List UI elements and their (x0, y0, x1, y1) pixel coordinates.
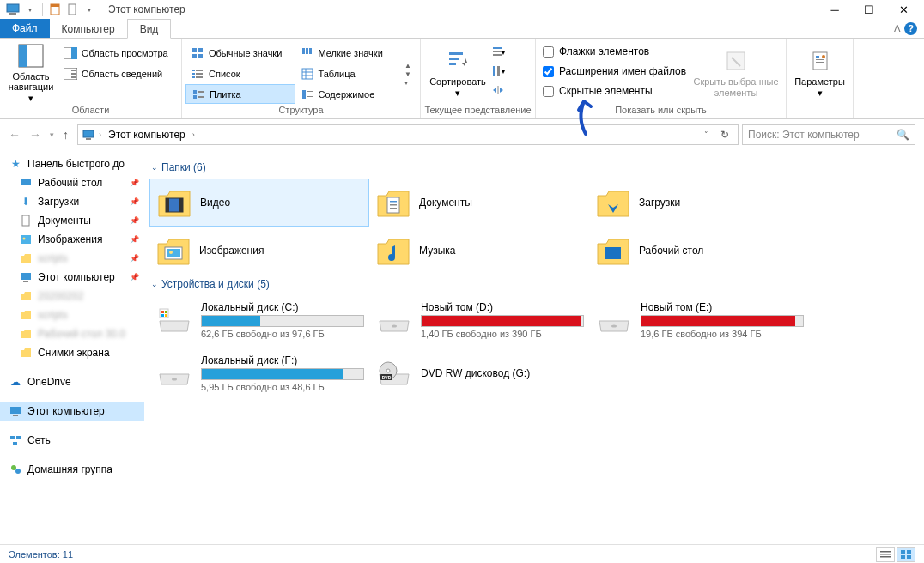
sidebar-desk30[interactable]: Рабочий стол 30.0 (0, 324, 144, 343)
layout-more-icon[interactable]: ▾ (404, 79, 416, 87)
group-by-icon[interactable]: ▾ (491, 45, 505, 59)
details-pane-button[interactable]: Область сведений (58, 64, 173, 83)
details-view-button[interactable] (876, 547, 895, 562)
layout-regular-icons[interactable]: Обычные значки (185, 43, 295, 63)
file-icon[interactable] (64, 2, 80, 17)
svg-rect-67 (13, 415, 18, 416)
refresh-button[interactable]: ↻ (715, 125, 734, 144)
svg-rect-40 (307, 96, 313, 97)
navigation-bar: ← → ▾ ↑ › Этот компьютер › ˅ ↻ Поиск: Эт… (0, 119, 924, 150)
drive-c[interactable]: Локальный диск (C:) 62,6 ГБ свободно из … (149, 295, 369, 345)
tab-computer[interactable]: Компьютер (50, 19, 127, 38)
svg-rect-27 (302, 48, 305, 51)
sidebar-network[interactable]: Сеть (0, 431, 144, 450)
svg-rect-13 (192, 48, 197, 52)
add-columns-icon[interactable]: ▾ (491, 64, 505, 78)
sort-button[interactable]: Сортировать ▾ (424, 40, 491, 105)
back-button[interactable]: ← (9, 128, 21, 142)
up-button[interactable]: ↑ (63, 128, 69, 142)
hide-selected-button[interactable]: Скрыть выбранные элементы (690, 40, 781, 105)
layout-scroll-down-icon[interactable]: ▼ (404, 70, 416, 78)
svg-point-71 (11, 465, 16, 470)
address-bar[interactable]: › Этот компьютер › ˅ ↻ (77, 124, 739, 145)
svg-rect-70 (13, 442, 17, 445)
layout-table[interactable]: Таблица (295, 64, 405, 83)
drive-e[interactable]: Новый том (E:) 19,6 ГБ свободно из 394 Г… (589, 295, 809, 345)
pin-icon: 📌 (130, 254, 139, 263)
help-icon[interactable]: ? (904, 22, 917, 35)
forward-button[interactable]: → (29, 128, 41, 142)
search-box[interactable]: Поиск: Этот компьютер 🔍 (742, 124, 915, 145)
drive-f[interactable]: Локальный диск (F:) 5,95 ГБ свободно из … (149, 348, 369, 398)
pictures-icon (19, 233, 33, 246)
small-icons-icon (301, 46, 314, 60)
svg-rect-42 (449, 58, 459, 60)
tab-view[interactable]: Вид (127, 19, 172, 39)
folder-desktop[interactable]: Рабочий стол (589, 227, 809, 275)
preview-pane-button[interactable]: Область просмотра (58, 43, 173, 63)
sidebar-scripts2[interactable]: scripts (0, 306, 144, 324)
svg-rect-87 (165, 311, 167, 313)
sidebar-pictures[interactable]: Изображения📌 (0, 230, 144, 249)
svg-rect-38 (307, 91, 313, 92)
layout-small-icons[interactable]: Мелкие значки (295, 43, 405, 63)
folder-documents[interactable]: Документы (369, 179, 589, 227)
drives-group-header[interactable]: ⌄Устройства и диски (5) (149, 275, 919, 295)
hidden-items-checkbox[interactable]: Скрытые элементы (539, 82, 690, 100)
layout-scroll-up-icon[interactable]: ▲ (404, 62, 416, 70)
computer-icon (19, 270, 33, 284)
item-checkboxes-checkbox[interactable]: Флажки элементов (539, 42, 690, 61)
tiles-view-button[interactable] (897, 547, 915, 562)
properties-icon[interactable] (47, 2, 63, 17)
drive-d[interactable]: Новый том (D:) 1,40 ГБ свободно из 390 Г… (369, 295, 589, 345)
drive-g[interactable]: DVD DVD RW дисковод (G:) (369, 348, 589, 398)
svg-rect-32 (309, 51, 312, 54)
currentview-group-label: Текущее представление (424, 105, 532, 117)
layout-content[interactable]: Содержимое (295, 84, 405, 104)
svg-rect-30 (302, 51, 305, 54)
folder-music[interactable]: Музыка (369, 227, 589, 275)
sidebar-homegroup[interactable]: Домашняя группа (0, 460, 144, 479)
tab-file[interactable]: Файл (0, 19, 50, 38)
maximize-button[interactable]: ☐ (852, 0, 886, 19)
minimize-button[interactable]: ─ (818, 0, 852, 19)
options-button[interactable]: Параметры ▾ (790, 40, 849, 105)
folder-pictures[interactable]: Изображения (149, 227, 369, 275)
qat-dropdown-icon[interactable]: ▾ (22, 2, 38, 17)
fit-columns-icon[interactable] (491, 83, 505, 97)
layout-tile[interactable]: Плитка (185, 84, 295, 104)
collapse-ribbon-icon[interactable]: ᐱ (894, 23, 901, 34)
folder-downloads[interactable]: Загрузки (589, 179, 809, 227)
svg-rect-33 (302, 69, 313, 79)
sidebar-screenshots[interactable]: Снимки экрана (0, 343, 144, 362)
sidebar-this-pc-pin[interactable]: Этот компьютер📌 (0, 268, 144, 287)
folder-video[interactable]: Видео (149, 179, 369, 227)
folders-group-header[interactable]: ⌄Папки (6) (149, 158, 919, 179)
capacity-bar (201, 315, 364, 327)
sidebar-documents[interactable]: Документы📌 (0, 211, 144, 230)
downloads-folder-icon (596, 185, 630, 220)
sidebar-d20[interactable]: 20200202 (0, 287, 144, 306)
sidebar-onedrive[interactable]: ☁OneDrive (0, 372, 144, 391)
svg-rect-8 (71, 47, 77, 59)
file-extensions-checkbox[interactable]: Расширения имен файлов (539, 62, 690, 81)
history-dropdown-icon[interactable]: ▾ (50, 130, 54, 139)
breadcrumb[interactable]: Этот компьютер (105, 129, 189, 141)
svg-rect-45 (493, 51, 502, 52)
sidebar-this-pc[interactable]: Этот компьютер (0, 402, 144, 421)
svg-rect-65 (23, 281, 28, 282)
sidebar-downloads[interactable]: ⬇Загрузки📌 (0, 192, 144, 211)
close-button[interactable]: ✕ (886, 0, 921, 19)
svg-rect-66 (10, 407, 21, 414)
folder-icon (19, 327, 33, 341)
navigation-pane-button[interactable]: Область навигации ▾ (3, 40, 58, 105)
layout-list[interactable]: Список (185, 64, 295, 83)
qat-more-icon[interactable]: ▾ (82, 2, 97, 17)
regular-icons-icon (191, 46, 204, 60)
svg-rect-103 (907, 555, 911, 559)
sidebar-desktop[interactable]: Рабочий стол📌 (0, 173, 144, 192)
address-dropdown-icon[interactable]: ˅ (696, 125, 715, 144)
sidebar-quick-access[interactable]: ★Панель быстрого до (0, 154, 144, 173)
capacity-bar (421, 315, 584, 327)
sidebar-scripts1[interactable]: scripts📌 (0, 249, 144, 268)
